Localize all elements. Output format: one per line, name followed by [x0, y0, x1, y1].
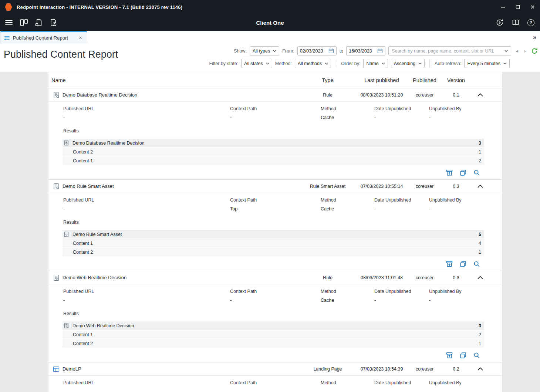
entry-type: Rule: [300, 92, 355, 98]
entry-card: Demo Web Realtime Decision Rule 08/03/20…: [48, 271, 502, 362]
result-name: Demo Rule Smart Asset: [72, 232, 122, 237]
to-date-value[interactable]: [349, 48, 375, 54]
result-row: Demo Rule Smart Asset 5: [63, 230, 484, 239]
entry-last-published: 07/03/2023 10:55:14: [355, 184, 408, 189]
result-name: Content 2: [73, 341, 93, 346]
result-count: 1: [479, 341, 484, 346]
close-button[interactable]: [525, 0, 540, 14]
entry-name: DemoLP: [63, 366, 81, 372]
entry-detail: Published URL Context Path Method Date U…: [48, 284, 502, 305]
entry-type: Landing Page: [300, 366, 355, 372]
detail-label-unpublished-by: Unpublished By: [429, 197, 489, 203]
refresh-icon[interactable]: [531, 48, 538, 54]
detail-label-date-unpublished: Date Unpublished: [374, 106, 429, 111]
show-label: Show:: [234, 48, 247, 54]
entry-version: 0.2: [441, 366, 471, 372]
collapse-chevron-icon[interactable]: [471, 276, 489, 279]
detail-value-context-path: -: [230, 298, 321, 303]
method-select[interactable]: All methods: [295, 59, 331, 68]
detail-value-method: Cache: [321, 298, 374, 303]
entry-version: 0.1: [441, 92, 471, 98]
to-date-input[interactable]: [346, 46, 385, 55]
tab-published-content-report[interactable]: Published Content Report ✕: [0, 31, 87, 44]
entry-last-published: 08/03/2023 11:01:48: [355, 275, 408, 280]
document-icon[interactable]: [35, 19, 43, 26]
unpublish-icon[interactable]: [446, 352, 453, 359]
entry-type: Rule Smart Asset: [300, 184, 355, 189]
copy-icon[interactable]: [459, 169, 467, 176]
content-type-icon: [53, 183, 60, 190]
content-area: Name Type Last published Published Versi…: [0, 72, 540, 392]
entry-detail: Published URL Context Path Method Date U…: [48, 376, 502, 392]
search-details-icon[interactable]: [473, 352, 480, 359]
result-count: 5: [479, 232, 484, 237]
result-count: 4: [479, 241, 484, 246]
state-select[interactable]: All states: [241, 59, 272, 68]
collapse-chevron-icon[interactable]: [471, 93, 489, 97]
help-icon[interactable]: ?: [527, 19, 534, 26]
detail-value-method: Cache: [321, 206, 374, 212]
entry-header-row[interactable]: DemoLP Landing Page 07/03/2023 10:54:39 …: [48, 362, 502, 376]
sort-direction-select[interactable]: Ascending: [391, 59, 425, 68]
entry-header-row[interactable]: Demo Rule Smart Asset Rule Smart Asset 0…: [48, 180, 502, 193]
collapse-chevron-icon[interactable]: [471, 367, 489, 371]
from-date-value[interactable]: [300, 48, 327, 54]
detail-value-context-path: -: [230, 115, 321, 120]
sync-icon[interactable]: [496, 18, 504, 27]
document-history-icon[interactable]: [50, 19, 57, 26]
report-icon: [4, 36, 10, 41]
unpublish-icon[interactable]: [446, 169, 453, 176]
result-name: Content 1: [73, 158, 93, 163]
search-details-icon[interactable]: [473, 260, 480, 268]
search-details-icon[interactable]: [473, 169, 480, 176]
previous-page-icon[interactable]: ◄: [514, 49, 520, 53]
auto-refresh-select[interactable]: Every 5 minutes: [464, 59, 510, 68]
tab-close-icon[interactable]: ✕: [78, 35, 83, 41]
detail-value-published-url: -: [63, 206, 230, 212]
entry-published-by: coreuser: [408, 366, 441, 372]
page-title: Published Content Report: [4, 49, 118, 60]
calendar-icon[interactable]: [328, 48, 334, 54]
detail-label-context-path: Context Path: [230, 289, 321, 294]
tab-strip: Published Content Report ✕ »: [0, 31, 540, 44]
detail-value-unpublished-by: -: [429, 115, 489, 120]
detail-label-unpublished-by: Unpublished By: [429, 380, 489, 385]
collapse-chevron-icon[interactable]: [471, 185, 489, 188]
detail-label-date-unpublished: Date Unpublished: [374, 197, 429, 203]
unpublish-icon[interactable]: [446, 260, 453, 268]
maximize-button[interactable]: [510, 0, 525, 14]
result-count: 2: [479, 158, 484, 163]
copy-icon[interactable]: [459, 260, 467, 268]
show-select[interactable]: All types: [250, 46, 279, 55]
entry-name: Demo Database Realtime Decision: [63, 92, 137, 98]
result-row: Content 1 2: [63, 330, 484, 339]
redpoint-logo-icon: [5, 3, 12, 11]
results-section: Results Demo Rule Smart Asset 5 Content …: [48, 220, 502, 257]
auto-refresh-value: Every 5 minutes: [467, 61, 500, 66]
entry-header-row[interactable]: Demo Web Realtime Decision Rule 08/03/20…: [48, 271, 502, 284]
detail-value-method: Cache: [321, 115, 374, 120]
detail-label-method: Method: [321, 106, 374, 111]
minimize-button[interactable]: [496, 0, 510, 14]
result-count: 3: [479, 141, 484, 146]
result-row: Content 2 1: [63, 248, 484, 257]
search-box[interactable]: [388, 46, 511, 55]
calendar-icon[interactable]: [377, 48, 383, 54]
results-section: Results Demo Web Realtime Decision 3 Con…: [48, 311, 502, 348]
panels-icon[interactable]: [20, 19, 28, 26]
tab-overflow-icon[interactable]: »: [533, 31, 536, 44]
chevron-down-icon: [418, 62, 422, 65]
chevron-down-icon[interactable]: [504, 50, 508, 52]
next-page-icon[interactable]: ►: [523, 49, 528, 53]
filter-row-1: Show: All types From: to ◄ ►: [234, 46, 538, 55]
search-input[interactable]: [392, 48, 502, 54]
documentation-book-icon[interactable]: [512, 19, 520, 26]
entry-header-row[interactable]: Demo Database Realtime Decision Rule 08/…: [48, 88, 502, 102]
results-rows: Demo Web Realtime Decision 3 Content 1 2…: [63, 321, 484, 348]
detail-label-context-path: Context Path: [230, 106, 321, 111]
order-by-select[interactable]: Name: [363, 59, 388, 68]
from-date-input[interactable]: [297, 46, 337, 55]
menu-icon[interactable]: [5, 19, 13, 26]
tab-label: Published Content Report: [13, 35, 75, 41]
copy-icon[interactable]: [459, 352, 467, 359]
